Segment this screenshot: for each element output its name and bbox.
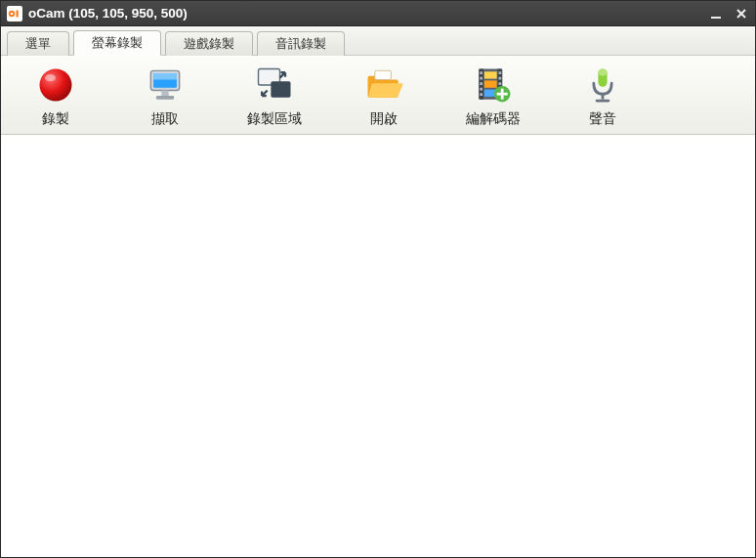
tab-audio-record[interactable]: 音訊錄製 <box>257 31 345 56</box>
tab-bar: 選單 螢幕錄製 遊戲錄製 音訊錄製 <box>1 26 755 56</box>
area-button[interactable]: 錄製區域 <box>228 62 321 128</box>
tab-label: 選單 <box>25 36 51 51</box>
app-window: oCam (105, 105, 950, 500) 選單 螢幕錄製 遊戲錄製 音… <box>0 0 756 558</box>
resize-icon <box>251 62 298 108</box>
app-icon <box>7 6 22 21</box>
svg-point-2 <box>11 12 14 15</box>
tab-label: 遊戲錄製 <box>184 36 234 51</box>
svg-rect-39 <box>596 100 610 103</box>
record-button[interactable]: 錄製 <box>9 62 103 128</box>
svg-rect-21 <box>480 77 483 80</box>
svg-rect-3 <box>17 10 19 17</box>
content-area <box>1 135 755 557</box>
svg-rect-16 <box>375 70 392 79</box>
sound-button[interactable]: 聲音 <box>556 62 650 128</box>
svg-rect-26 <box>499 77 502 80</box>
toolbar-label: 錄製 <box>42 110 69 128</box>
svg-rect-4 <box>711 17 721 19</box>
title-bar: oCam (105, 105, 950, 500) <box>1 1 755 26</box>
svg-rect-11 <box>153 73 177 79</box>
svg-rect-12 <box>161 91 168 97</box>
close-button[interactable] <box>734 6 749 21</box>
svg-rect-20 <box>480 71 483 74</box>
monitor-icon <box>142 62 189 108</box>
toolbar: 錄製 擷取 <box>1 56 755 135</box>
window-title: oCam (105, 105, 950, 500) <box>28 6 708 21</box>
toolbar-label: 錄製區域 <box>247 110 302 128</box>
svg-rect-37 <box>598 69 607 76</box>
tab-game-record[interactable]: 遊戲錄製 <box>165 31 253 56</box>
svg-rect-13 <box>156 96 174 100</box>
mic-icon <box>579 62 626 108</box>
svg-rect-31 <box>484 80 497 87</box>
toolbar-label: 編解碼器 <box>466 110 521 128</box>
folder-open-icon <box>360 62 407 108</box>
record-icon <box>32 62 79 108</box>
tab-screen-record[interactable]: 螢幕錄製 <box>73 30 161 56</box>
svg-rect-27 <box>499 82 502 85</box>
toolbar-label: 擷取 <box>151 110 179 128</box>
svg-rect-24 <box>480 93 483 96</box>
tab-label: 螢幕錄製 <box>92 35 143 50</box>
open-button[interactable]: 開啟 <box>337 62 431 128</box>
svg-rect-23 <box>480 88 483 91</box>
svg-point-7 <box>40 69 72 102</box>
svg-rect-22 <box>480 82 483 85</box>
tab-label: 音訊錄製 <box>275 36 326 51</box>
window-controls <box>708 6 749 21</box>
svg-rect-38 <box>602 94 605 100</box>
svg-rect-35 <box>497 93 508 96</box>
svg-rect-15 <box>271 81 290 97</box>
tab-menu[interactable]: 選單 <box>7 31 69 56</box>
codec-button[interactable]: 編解碼器 <box>446 62 540 128</box>
toolbar-label: 聲音 <box>589 110 616 128</box>
minimize-button[interactable] <box>708 6 724 21</box>
codec-icon <box>470 62 517 108</box>
svg-point-8 <box>45 74 56 81</box>
svg-rect-30 <box>484 71 497 78</box>
capture-button[interactable]: 擷取 <box>118 62 212 128</box>
toolbar-label: 開啟 <box>370 110 398 128</box>
svg-rect-25 <box>499 71 502 74</box>
